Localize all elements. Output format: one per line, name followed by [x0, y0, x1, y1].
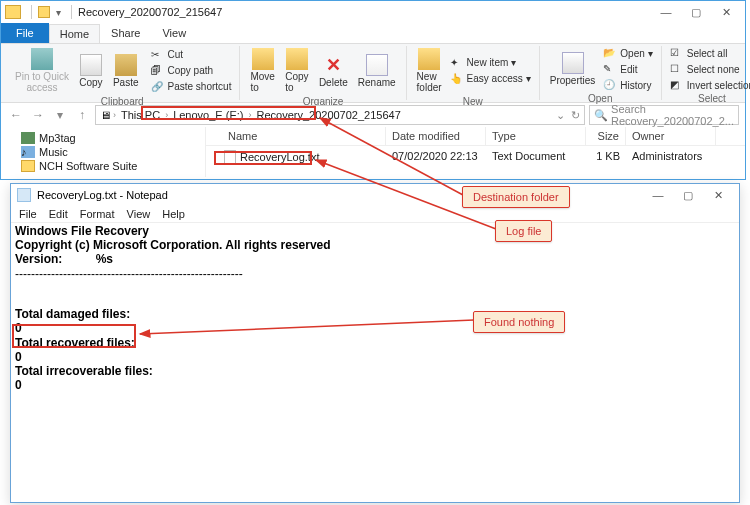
header-size[interactable]: Size — [586, 127, 626, 145]
move-to-icon — [252, 48, 274, 70]
breadcrumb-thispc[interactable]: This PC — [118, 109, 163, 121]
ribbon-group-new: New folder ✦New item ▾ 👆Easy access ▾ Ne… — [407, 46, 540, 100]
pin-icon — [31, 48, 53, 70]
search-icon: 🔍 — [594, 109, 608, 122]
minimize-button[interactable]: — — [651, 3, 681, 21]
tab-view[interactable]: View — [151, 23, 197, 43]
move-to-button[interactable]: Move to — [246, 46, 278, 95]
invert-selection-button[interactable]: ◩Invert selection — [668, 78, 750, 92]
dropdown-icon[interactable]: ⌄ — [556, 109, 565, 122]
properties-icon — [562, 52, 584, 74]
edit-button[interactable]: ✎Edit — [601, 62, 654, 76]
header-type[interactable]: Type — [486, 127, 586, 145]
ribbon-group-clipboard: Pin to Quick access Copy Paste ✂Cut 🗐Cop… — [5, 46, 240, 100]
callout-destination-folder: Destination folder — [462, 186, 570, 208]
paste-icon — [115, 54, 137, 76]
copy-to-icon — [286, 48, 308, 70]
properties-button[interactable]: Properties — [546, 50, 600, 88]
notepad-titlebar: RecoveryLog.txt - Notepad — ▢ ✕ — [11, 184, 739, 206]
window-title: Recovery_20200702_215647 — [78, 6, 222, 18]
new-folder-button[interactable]: New folder — [413, 46, 446, 95]
cut-icon: ✂ — [151, 49, 165, 61]
address-bar-row: ← → ▾ ↑ 🖥 › This PC › Lenovo_E (E:) › Re… — [1, 103, 745, 127]
ribbon-group-select: ☑Select all ☐Select none ◩Invert selecti… — [662, 46, 750, 100]
paste-shortcut-icon: 🔗 — [151, 81, 165, 93]
invert-selection-icon: ◩ — [670, 79, 684, 91]
file-owner: Administrators — [626, 148, 716, 166]
forward-button[interactable]: → — [29, 106, 47, 124]
menu-view[interactable]: View — [127, 208, 151, 220]
copy-to-button[interactable]: Copy to — [281, 46, 313, 95]
close-button[interactable]: ✕ — [711, 3, 741, 21]
tab-file[interactable]: File — [1, 23, 49, 43]
chevron-down-icon[interactable]: ▾ — [56, 7, 61, 18]
paste-shortcut-button[interactable]: 🔗Paste shortcut — [149, 80, 234, 94]
open-button[interactable]: 📂Open ▾ — [601, 46, 654, 60]
refresh-icon[interactable]: ↻ — [565, 109, 580, 122]
pc-icon: 🖥 — [100, 109, 111, 121]
ribbon: Pin to Quick access Copy Paste ✂Cut 🗐Cop… — [1, 43, 745, 103]
rename-icon — [366, 54, 388, 76]
list-item[interactable]: RecoveryLog.txt 07/02/2020 22:13 Text Do… — [206, 146, 745, 168]
tree-item-nch[interactable]: NCH Software Suite — [21, 159, 205, 173]
tab-home[interactable]: Home — [49, 24, 100, 43]
select-all-button[interactable]: ☑Select all — [668, 46, 750, 60]
ribbon-group-open: Properties 📂Open ▾ ✎Edit 🕘History Open — [540, 46, 662, 100]
tree-item-mp3tag[interactable]: Mp3tag — [21, 131, 205, 145]
file-size: 1 KB — [586, 148, 626, 166]
header-owner[interactable]: Owner — [626, 127, 716, 145]
easy-access-icon: 👆 — [450, 73, 464, 85]
text-file-icon — [224, 150, 236, 164]
notepad-menu: File Edit Format View Help — [11, 206, 739, 223]
close-button[interactable]: ✕ — [703, 186, 733, 204]
copy-button[interactable]: Copy — [75, 52, 107, 90]
notepad-text-area[interactable]: Windows File Recovery Copyright (c) Micr… — [11, 223, 739, 395]
tab-share[interactable]: Share — [100, 23, 151, 43]
file-type: Text Document — [486, 148, 586, 166]
file-list: Name Date modified Type Size Owner Recov… — [206, 127, 745, 177]
header-date[interactable]: Date modified — [386, 127, 486, 145]
tree-item-music[interactable]: ♪Music — [21, 145, 205, 159]
breadcrumb[interactable]: 🖥 › This PC › Lenovo_E (E:) › Recovery_2… — [95, 105, 585, 125]
menu-help[interactable]: Help — [162, 208, 185, 220]
folder-icon — [21, 160, 35, 172]
search-input[interactable]: 🔍 Search Recovery_20200702_2... — [589, 105, 739, 125]
menu-file[interactable]: File — [19, 208, 37, 220]
callout-found-nothing: Found nothing — [473, 311, 565, 333]
list-header: Name Date modified Type Size Owner — [206, 127, 745, 146]
breadcrumb-drive[interactable]: Lenovo_E (E:) — [170, 109, 246, 121]
file-date: 07/02/2020 22:13 — [386, 148, 486, 166]
menu-edit[interactable]: Edit — [49, 208, 68, 220]
select-none-icon: ☐ — [670, 63, 684, 75]
rename-button[interactable]: Rename — [354, 52, 400, 90]
notepad-icon — [17, 188, 31, 202]
paste-button[interactable]: Paste — [109, 52, 143, 90]
maximize-button[interactable]: ▢ — [673, 186, 703, 204]
history-button[interactable]: 🕘History — [601, 78, 654, 92]
new-item-icon: ✦ — [450, 57, 464, 69]
minimize-button[interactable]: — — [643, 186, 673, 204]
new-folder-icon — [418, 48, 440, 70]
easy-access-button[interactable]: 👆Easy access ▾ — [448, 72, 533, 86]
breadcrumb-folder[interactable]: Recovery_20200702_215647 — [253, 109, 403, 121]
pin-to-quick-access-button[interactable]: Pin to Quick access — [11, 46, 73, 95]
menu-format[interactable]: Format — [80, 208, 115, 220]
delete-button[interactable]: ✕Delete — [315, 52, 352, 90]
up-button[interactable]: ↑ — [73, 106, 91, 124]
recent-button[interactable]: ▾ — [51, 106, 69, 124]
explorer-titlebar: ▾ Recovery_20200702_215647 — ▢ ✕ — [1, 1, 745, 23]
nav-tree: Mp3tag ♪Music NCH Software Suite — [1, 127, 206, 177]
select-all-icon: ☑ — [670, 47, 684, 59]
ribbon-group-organize: Move to Copy to ✕Delete Rename Organize — [240, 46, 406, 100]
edit-icon: ✎ — [603, 63, 617, 75]
copy-icon — [80, 54, 102, 76]
copy-path-button[interactable]: 🗐Copy path — [149, 64, 234, 78]
folder-icon — [5, 5, 21, 19]
new-item-button[interactable]: ✦New item ▾ — [448, 56, 533, 70]
back-button[interactable]: ← — [7, 106, 25, 124]
maximize-button[interactable]: ▢ — [681, 3, 711, 21]
file-explorer-window: ▾ Recovery_20200702_215647 — ▢ ✕ File Ho… — [0, 0, 746, 180]
cut-button[interactable]: ✂Cut — [149, 48, 234, 62]
header-name[interactable]: Name — [206, 127, 386, 145]
select-none-button[interactable]: ☐Select none — [668, 62, 750, 76]
